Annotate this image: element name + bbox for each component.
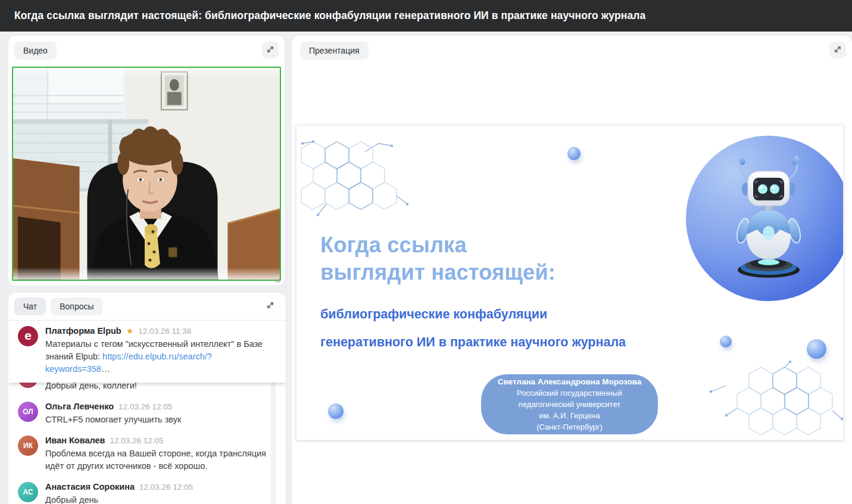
decor-sphere — [807, 339, 826, 359]
chat-scrollbar — [271, 364, 276, 504]
expand-icon — [834, 45, 842, 55]
expand-icon — [266, 301, 274, 311]
robot-circle-background — [686, 136, 844, 301]
presentation-slide: Когда ссылка выглядит настоящей: библиог… — [296, 125, 844, 440]
chat-message: АС Анастасия Сорокина 12.03.26 12:05 Доб… — [8, 476, 286, 504]
hexagon-pattern-top-left — [297, 137, 416, 227]
slide-subtitle-line2: генеративного ИИ в практике научного жур… — [320, 335, 626, 350]
star-icon: ★ — [126, 326, 134, 336]
hexagon-pattern-bottom-right — [706, 361, 844, 440]
robot-icon — [718, 154, 819, 278]
message-time: 12.03.26 12:05 — [118, 402, 172, 411]
chat-message-list[interactable]: МН Марина Носова 12.03.26 12:05 Добрый д… — [8, 362, 286, 504]
message-author: Ольга Левченко — [45, 402, 114, 411]
pinned-author: Платформа Elpub — [45, 326, 121, 336]
avatar: ОЛ — [18, 402, 38, 422]
presentation-expand-button[interactable] — [829, 42, 846, 58]
speaker-info-box: Светлана Александровна Морозова Российск… — [481, 374, 658, 434]
speaker-org-line: Российский государственный — [481, 387, 658, 399]
message-text: Добрый день — [45, 494, 276, 504]
message-time: 12.03.26 12:05 — [139, 483, 193, 492]
message-author: Анастасия Сорокина — [45, 482, 135, 492]
chat-expand-button[interactable] — [262, 298, 279, 314]
avatar: АС — [18, 482, 38, 502]
decor-sphere — [328, 403, 344, 419]
speaker-webcam-illustration — [13, 68, 280, 280]
tab-questions[interactable]: Вопросы — [51, 298, 102, 315]
video-panel-label: Видео — [14, 42, 57, 60]
chat-message: ОЛ Ольга Левченко 12.03.26 12:05 CTRL+F5… — [8, 396, 286, 430]
video-expand-button[interactable] — [262, 42, 279, 58]
expand-icon — [266, 45, 274, 55]
slide-subtitle-line1: библиографические конфабуляции — [320, 307, 547, 322]
video-resize-handle[interactable] — [274, 276, 282, 284]
speaker-name: Светлана Александровна Морозова — [481, 376, 658, 387]
slide-title: Когда ссылка выглядит настоящей: — [320, 231, 555, 286]
message-author: Иван Ковалев — [45, 436, 105, 445]
decor-sphere — [567, 147, 581, 160]
speaker-org-line: (Санкт-Петербург) — [481, 421, 658, 433]
message-time: 12.03.26 12:05 — [110, 436, 164, 445]
chat-panel: Чат Вопросы e Платформа Elpub ★ 12.03.26… — [8, 293, 286, 504]
webinar-title: Когда ссылка выглядит настоящей: библиог… — [14, 10, 645, 22]
chat-message: ИК Иван Ковалев 12.03.26 12:05 Проблема … — [8, 430, 286, 476]
avatar-elpub: e — [18, 326, 38, 346]
video-panel: Видео — [8, 36, 285, 286]
pinned-text: Материалы с тегом "искусственный интелле… — [45, 338, 276, 375]
decor-sphere — [720, 336, 732, 348]
webinar-header: Когда ссылка выглядит настоящей: библиог… — [0, 0, 852, 32]
message-text: CTRL+F5 помогает улучшить звук — [45, 414, 276, 426]
chat-tabs: Чат Вопросы — [14, 298, 103, 315]
speaker-org-line: им. А.И. Герцена — [481, 410, 658, 421]
message-text: Проблема всегда на Вашей стороне, когда … — [45, 447, 276, 472]
pinned-time: 12.03.26 11:38 — [138, 327, 191, 336]
speaker-org-line: педагогический университет — [481, 399, 658, 410]
pinned-message: e Платформа Elpub ★ 12.03.26 11:38 Матер… — [8, 320, 286, 383]
tab-chat[interactable]: Чат — [14, 298, 46, 315]
avatar: ИК — [18, 436, 38, 456]
presentation-panel: Презентация — [292, 36, 852, 504]
video-stream[interactable] — [12, 67, 281, 281]
presentation-panel-label: Презентация — [300, 42, 369, 60]
